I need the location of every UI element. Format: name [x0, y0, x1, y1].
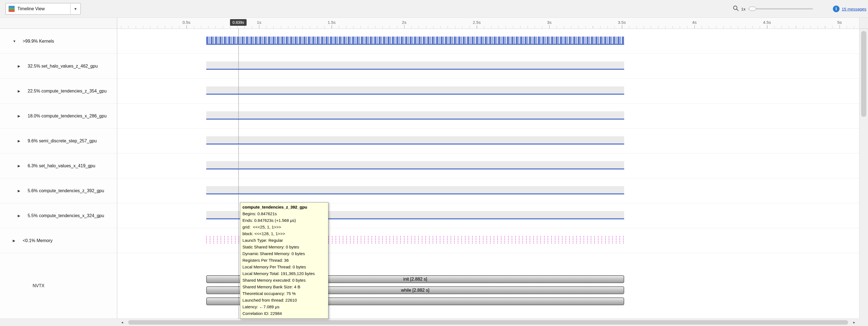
- sidebar-row-0[interactable]: ▼>99.9% Kernels: [0, 29, 117, 54]
- sidebar-row-7[interactable]: ▶5.5% compute_tendencies_x_324_gpu: [0, 203, 117, 228]
- tooltip-line: Shared Memory Bank Size: 4 B: [242, 283, 326, 290]
- view-selector-dropdown[interactable]: Timeline View ▾: [5, 3, 81, 15]
- toolbar: Timeline View ▾ 1x i 15 messages: [0, 0, 868, 18]
- row-label: 32.5% set_halo_values_z_462_gpu: [28, 64, 98, 69]
- ruler-tick-label: 4s: [692, 20, 696, 25]
- chevron-right-icon[interactable]: ▶: [18, 214, 28, 218]
- timeline-row-0[interactable]: [117, 29, 859, 54]
- sidebar-row-4[interactable]: ▶9.6% semi_discrete_step_257_gpu: [0, 129, 117, 154]
- row-label: 22.5% compute_tendencies_z_354_gpu: [28, 89, 107, 93]
- timeline-row-3[interactable]: [117, 104, 859, 129]
- timeline-row-6[interactable]: [117, 179, 859, 203]
- zoom-slider[interactable]: [748, 6, 813, 12]
- cursor-time-badge: 0.839s: [230, 19, 247, 26]
- nvtx-track: init [2.882 s]while [2.882 s]: [117, 253, 859, 319]
- tooltip-line: Shared Memory executed: 0 bytes: [242, 277, 326, 283]
- timeline-tracks: init [2.882 s]while [2.882 s]: [117, 29, 859, 319]
- nvtx-row-header[interactable]: NVTX: [0, 253, 117, 319]
- chevron-down-icon[interactable]: ▼: [13, 39, 23, 43]
- view-selector-label: Timeline View: [18, 6, 70, 11]
- scroll-left-arrow-icon[interactable]: ◄: [118, 319, 127, 326]
- sidebar-row-5[interactable]: ▶6.3% set_halo_values_x_419_gpu: [0, 154, 117, 179]
- kernel-span-line: [206, 93, 624, 95]
- tooltip-line: Latency: ←7.089 μs: [242, 304, 326, 310]
- kernel-span-line: [206, 143, 624, 144]
- chevron-right-icon[interactable]: ▶: [18, 139, 28, 143]
- timeline-ruler[interactable]: 0.839s 0s0.5s1s1.5s2s2.5s3s3.5s4s4.5s5s: [117, 18, 859, 29]
- row-labels-panel: ▼>99.9% Kernels▶32.5% set_halo_values_z_…: [0, 29, 117, 319]
- tooltip-line: Local Memory Per Thread: 0 bytes: [242, 264, 326, 270]
- track-band-bar[interactable]: [206, 136, 624, 143]
- chevron-right-icon[interactable]: ▶: [18, 189, 28, 193]
- zoom-slider-track[interactable]: [748, 8, 813, 9]
- kernel-span-line: [206, 44, 624, 45]
- tooltip-line: Begins: 0.847621s: [242, 211, 326, 217]
- track-band-bar[interactable]: [206, 61, 624, 69]
- track-band-bar[interactable]: [206, 111, 624, 118]
- timeline-view-icon: [8, 6, 14, 12]
- magnifier-icon[interactable]: [732, 5, 740, 13]
- row-label: >99.9% Kernels: [23, 39, 54, 44]
- sidebar-row-8[interactable]: ▶<0.1% Memory: [0, 228, 117, 253]
- chevron-right-icon[interactable]: ▶: [18, 64, 28, 68]
- track-dense-bar[interactable]: [206, 36, 624, 44]
- main-content: ▼>99.9% Kernels▶32.5% set_halo_values_z_…: [0, 29, 859, 319]
- ruler-tick-label: 5s: [837, 20, 842, 25]
- track-band-bar[interactable]: [206, 186, 624, 193]
- row-label: 18.0% compute_tendencies_x_286_gpu: [28, 113, 107, 118]
- timeline-row-7[interactable]: [117, 203, 859, 228]
- chevron-right-icon[interactable]: ▶: [18, 114, 28, 118]
- timeline-row-1[interactable]: [117, 54, 859, 79]
- ruler-tick-label: 2.5s: [473, 20, 480, 25]
- timeline-row-4[interactable]: [117, 129, 859, 154]
- nvtx-label: NVTX: [33, 283, 44, 288]
- row-label: 6.3% set_halo_values_x_419_gpu: [28, 163, 95, 168]
- vertical-scrollbar-thumb[interactable]: [861, 31, 866, 117]
- track-band-bar[interactable]: [206, 86, 624, 93]
- kernel-span-line: [206, 168, 624, 169]
- tooltip-line: grid: <<<25, 1, 1>>>: [242, 224, 326, 230]
- sidebar-row-2[interactable]: ▶22.5% compute_tendencies_z_354_gpu: [0, 79, 117, 104]
- timeline-row-8[interactable]: [117, 228, 859, 253]
- kernel-tooltip: compute_tendencies_z_392_gpu Begins: 0.8…: [240, 202, 329, 319]
- zoom-slider-thumb[interactable]: [749, 7, 756, 11]
- chevron-right-icon[interactable]: ▶: [18, 164, 28, 168]
- tooltip-line: Launched from thread: 22610: [242, 297, 326, 304]
- timeline-row-5[interactable]: [117, 154, 859, 179]
- ruler-corner: [0, 18, 117, 29]
- ruler-tick-label: 1.5s: [328, 20, 335, 25]
- vertical-scrollbar[interactable]: [859, 29, 868, 319]
- kernel-span-line: [206, 193, 624, 194]
- scroll-right-arrow-icon[interactable]: ►: [850, 319, 859, 326]
- chevron-down-icon[interactable]: ▾: [70, 3, 81, 15]
- info-icon[interactable]: i: [833, 5, 840, 12]
- scrollbar-corner: [859, 319, 868, 326]
- scrollbar-corner-cap: [859, 18, 868, 29]
- row-label: 5.6% compute_tendencies_z_392_gpu: [28, 188, 104, 193]
- horizontal-scrollbar[interactable]: ◄ ►: [117, 319, 859, 326]
- tooltip-line: Correlation ID: 22984: [242, 310, 326, 317]
- ruler-tick-label: 4.5s: [763, 20, 771, 25]
- tooltip-line: Ends: 0.847623s (+1.568 μs): [242, 217, 326, 224]
- sidebar-row-1[interactable]: ▶32.5% set_halo_values_z_462_gpu: [0, 54, 117, 79]
- ruler-tick-label: 2s: [402, 20, 406, 25]
- row-label: <0.1% Memory: [23, 238, 53, 243]
- horizontal-scrollbar-thumb[interactable]: [128, 320, 848, 325]
- timeline-row-2[interactable]: [117, 79, 859, 104]
- tooltip-line: Theoretical occupancy: 75 %: [242, 290, 326, 297]
- ruler-tick-label: 0.5s: [182, 20, 190, 25]
- sidebar-row-3[interactable]: ▶18.0% compute_tendencies_x_286_gpu: [0, 104, 117, 129]
- tooltip-line: Local Memory Total: 191,365,120 bytes: [242, 270, 326, 277]
- row-label: 9.6% semi_discrete_step_257_gpu: [28, 138, 97, 143]
- chevron-right-icon[interactable]: ▶: [18, 89, 28, 93]
- track-band-bar[interactable]: [206, 161, 624, 168]
- chevron-right-icon[interactable]: ▶: [13, 239, 23, 243]
- bottom-left-strip: [0, 319, 117, 326]
- nsight-timeline-window: Timeline View ▾ 1x i 15 messages 0.839s …: [0, 0, 868, 326]
- ruler-tick-label: 3.5s: [618, 20, 626, 25]
- cursor-line: [238, 29, 239, 319]
- row-label: 5.5% compute_tendencies_x_324_gpu: [28, 213, 104, 218]
- messages-link[interactable]: 15 messages: [842, 7, 866, 11]
- zoom-level-label: 1x: [741, 7, 746, 11]
- sidebar-row-6[interactable]: ▶5.6% compute_tendencies_z_392_gpu: [0, 179, 117, 203]
